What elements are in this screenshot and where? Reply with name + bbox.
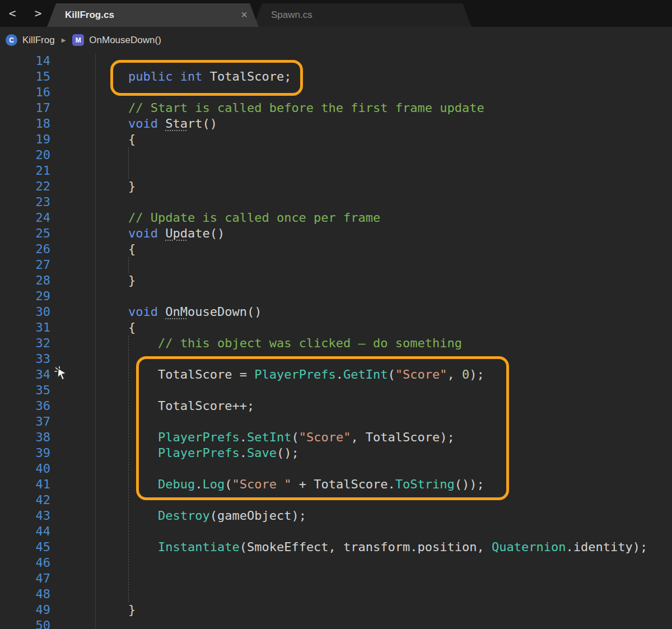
code-line[interactable]: 47: [0, 571, 672, 586]
code-line[interactable]: 42: [0, 492, 672, 508]
line-number[interactable]: 35: [0, 383, 95, 398]
line-number[interactable]: 28: [0, 273, 95, 288]
chevron-right-icon: ▶: [62, 37, 66, 43]
code-line[interactable]: 35: [0, 383, 672, 398]
code-line[interactable]: 50: [0, 618, 672, 629]
code-token: [99, 101, 128, 115]
code-line[interactable]: 36 TotalScore++;: [0, 398, 672, 414]
code-line[interactable]: 23: [0, 194, 672, 210]
line-number[interactable]: 32: [0, 336, 95, 351]
tab-spawn[interactable]: Spawn.cs: [253, 3, 472, 27]
code-line[interactable]: 17 // Start is called before the first f…: [0, 100, 672, 116]
line-number[interactable]: 23: [0, 194, 95, 210]
tab-label: Spawn.cs: [271, 10, 312, 20]
code-token: OnM: [165, 305, 188, 319]
code-line[interactable]: 21: [0, 163, 672, 179]
code-line[interactable]: 30 void OnMouseDown(): [0, 304, 672, 320]
line-number[interactable]: 40: [0, 461, 95, 477]
line-number[interactable]: 31: [0, 320, 95, 336]
breadcrumb-class[interactable]: KillFrog: [22, 35, 55, 46]
line-number[interactable]: 21: [0, 163, 95, 179]
code-line[interactable]: 29: [0, 288, 672, 304]
line-number[interactable]: 22: [0, 179, 95, 194]
line-number[interactable]: 16: [0, 85, 95, 100]
code-line[interactable]: 38 PlayerPrefs.SetInt("Score", TotalScor…: [0, 430, 672, 445]
code-token: Destroy: [158, 509, 210, 523]
line-number[interactable]: 24: [0, 210, 95, 226]
line-number[interactable]: 44: [0, 524, 95, 539]
line-number[interactable]: 14: [0, 53, 95, 69]
code-token: }: [99, 603, 136, 617]
code-line[interactable]: 25 void Update(): [0, 226, 672, 241]
back-icon[interactable]: <: [4, 6, 20, 21]
code-line[interactable]: 20: [0, 147, 672, 163]
code-token: PlayerPrefs: [158, 446, 240, 460]
code-line[interactable]: 28 }: [0, 273, 672, 288]
line-number[interactable]: 18: [0, 116, 95, 132]
code-token: ouseDown: [188, 305, 247, 319]
line-number[interactable]: 49: [0, 602, 95, 618]
code-line[interactable]: 15 public int TotalScore;: [0, 69, 672, 85]
line-number[interactable]: 46: [0, 555, 95, 571]
line-number[interactable]: 43: [0, 508, 95, 524]
line-number[interactable]: 15: [0, 69, 95, 85]
line-number[interactable]: 45: [0, 539, 95, 555]
line-number[interactable]: 41: [0, 477, 95, 492]
line-number[interactable]: 39: [0, 445, 95, 461]
code-line[interactable]: 31 {: [0, 320, 672, 336]
code-line[interactable]: 46: [0, 555, 672, 571]
code-line[interactable]: 48: [0, 586, 672, 602]
code-line[interactable]: 37: [0, 414, 672, 430]
code-line[interactable]: 40: [0, 461, 672, 477]
code-line[interactable]: 19 {: [0, 132, 672, 147]
line-number[interactable]: 38: [0, 430, 95, 445]
code-line[interactable]: 41 Debug.Log("Score " + TotalScore.ToStr…: [0, 477, 672, 492]
code-line[interactable]: 14: [0, 53, 672, 69]
code-token: // this object was clicked – do somethin…: [158, 336, 462, 350]
code-token: ,: [447, 367, 463, 381]
code-lines: 1415 public int TotalScore;1617 // Start…: [0, 53, 672, 629]
code-line[interactable]: 16: [0, 85, 672, 100]
line-number[interactable]: 30: [0, 304, 95, 320]
line-number[interactable]: 34: [0, 367, 95, 383]
code-line[interactable]: 34 TotalScore = PlayerPrefs.GetInt("Scor…: [0, 367, 672, 383]
code-text: }: [95, 602, 136, 618]
code-line[interactable]: 33: [0, 351, 672, 367]
forward-icon[interactable]: >: [30, 6, 46, 21]
code-line[interactable]: 27: [0, 257, 672, 273]
line-number[interactable]: 29: [0, 288, 95, 304]
code-token: Upd: [165, 226, 188, 240]
line-number[interactable]: 27: [0, 257, 95, 273]
code-line[interactable]: 18 void Start(): [0, 116, 672, 132]
line-number[interactable]: 26: [0, 241, 95, 257]
line-number[interactable]: 19: [0, 132, 95, 147]
code-token: [99, 305, 128, 319]
code-line[interactable]: 44: [0, 524, 672, 539]
line-number[interactable]: 25: [0, 226, 95, 241]
code-token: (): [247, 305, 262, 319]
code-line[interactable]: 45 Instantiate(SmokeEffect, transform.po…: [0, 539, 672, 555]
line-number[interactable]: 17: [0, 100, 95, 116]
code-line[interactable]: 32 // this object was clicked – do somet…: [0, 336, 672, 351]
code-line[interactable]: 22 }: [0, 179, 672, 194]
tab-killfrog[interactable]: KillFrog.cs ×: [47, 3, 259, 27]
line-number[interactable]: 48: [0, 586, 95, 602]
line-number[interactable]: 33: [0, 351, 95, 367]
code-line[interactable]: 26 {: [0, 241, 672, 257]
code-line[interactable]: 49 }: [0, 602, 672, 618]
line-number[interactable]: 37: [0, 414, 95, 430]
code-token: (: [225, 477, 232, 491]
line-number[interactable]: 42: [0, 492, 95, 508]
close-tab-icon[interactable]: ×: [241, 3, 248, 27]
code-line[interactable]: 43 Destroy(gameObject);: [0, 508, 672, 524]
code-token: {: [99, 320, 136, 334]
breadcrumb-method[interactable]: OnMouseDown(): [89, 35, 161, 46]
code-line[interactable]: 24 // Update is called once per frame: [0, 210, 672, 226]
gutter-separator: [95, 53, 96, 629]
line-number[interactable]: 47: [0, 571, 95, 586]
line-number[interactable]: 50: [0, 618, 95, 629]
line-number[interactable]: 20: [0, 147, 95, 163]
code-line[interactable]: 39 PlayerPrefs.Save();: [0, 445, 672, 461]
line-number[interactable]: 36: [0, 398, 95, 414]
code-token: int: [180, 69, 203, 83]
